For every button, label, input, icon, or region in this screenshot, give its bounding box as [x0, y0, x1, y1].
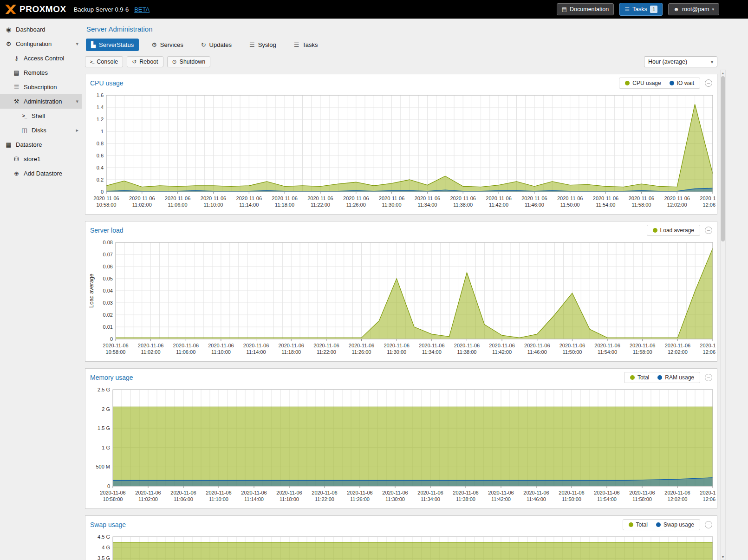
legend-label: Total [636, 521, 648, 528]
svg-text:2020-11-06: 2020-11-06 [165, 195, 190, 201]
tab-services[interactable]: ⚙Services [146, 39, 189, 51]
legend-item[interactable]: Total [630, 374, 649, 381]
svg-text:11:26:00: 11:26:00 [346, 202, 366, 208]
panel-header: Memory usage TotalRAM usage – [85, 369, 717, 386]
sidebar-item-shell[interactable]: >_Shell [0, 109, 82, 123]
user-menu-button[interactable]: ☻ root@pam ▾ [668, 3, 719, 15]
svg-text:11:02:00: 11:02:00 [141, 349, 161, 355]
sidebar-item-add-datastore[interactable]: ⊕Add Datastore [0, 166, 82, 181]
tab-tasks[interactable]: ☰Tasks [289, 39, 323, 51]
scrollbar-thumb[interactable] [721, 76, 725, 241]
svg-text:2020-11-06: 2020-11-06 [307, 195, 333, 201]
documentation-button[interactable]: ▤ Documentation [557, 3, 614, 15]
svg-text:2020-11-06: 2020-11-06 [700, 343, 715, 348]
svg-text:0: 0 [107, 483, 110, 489]
svg-text:2020-11-06: 2020-11-06 [559, 490, 584, 495]
svg-text:11:54:00: 11:54:00 [597, 496, 617, 502]
chart-icon: ▙ [91, 41, 96, 48]
svg-text:0.04: 0.04 [103, 288, 113, 293]
beta-link[interactable]: BETA [134, 6, 150, 13]
svg-text:0.06: 0.06 [103, 264, 113, 269]
svg-text:2020-11-06: 2020-11-06 [384, 343, 409, 348]
svg-text:11:18:00: 11:18:00 [280, 496, 299, 502]
tab-label: Services [160, 41, 183, 48]
svg-text:2020-11-06: 2020-11-06 [629, 195, 654, 201]
legend-item[interactable]: Swap usage [656, 521, 694, 528]
svg-text:11:38:00: 11:38:00 [456, 496, 475, 502]
legend-dot-icon [630, 375, 635, 380]
svg-text:2020-11-06: 2020-11-06 [272, 195, 297, 201]
list-icon: ☰ [13, 84, 20, 91]
shutdown-button[interactable]: ⊙ Shutdown [167, 56, 211, 67]
tab-updates[interactable]: ↻Updates [196, 39, 237, 51]
swap-usage-chart: 0500 M1 G1.5 G2 G2.5 G3 G3.5 G4 G4.5 G20… [85, 533, 717, 560]
legend-item[interactable]: IO wait [670, 80, 694, 86]
svg-text:12:06:00: 12:06:00 [703, 496, 715, 502]
svg-text:12:06:00: 12:06:00 [703, 349, 715, 355]
legend-item[interactable]: CPU usage [625, 80, 661, 86]
sidebar-item-configuration[interactable]: ⚙Configuration▾ [0, 37, 82, 51]
svg-text:2020-11-06: 2020-11-06 [450, 195, 475, 201]
scrollbar[interactable]: ▲ ▼ [720, 70, 726, 560]
panel-header: Server load Load average – [85, 221, 717, 239]
legend-dot-icon [629, 522, 633, 527]
chevron-down-icon[interactable]: ▾ [76, 41, 78, 47]
svg-text:2020-11-06: 2020-11-06 [488, 490, 514, 495]
svg-text:2020-11-06: 2020-11-06 [664, 490, 690, 495]
chart-legend: TotalSwap usage [623, 519, 700, 530]
svg-text:2020-11-06: 2020-11-06 [521, 195, 547, 201]
sidebar-item-access-control[interactable]: ⚷Access Control [0, 51, 82, 65]
svg-text:2020-11-06: 2020-11-06 [524, 343, 550, 348]
svg-text:11:06:00: 11:06:00 [174, 496, 193, 502]
box-icon: ▦ [5, 141, 13, 148]
tasks-button[interactable]: ☰ Tasks 1 [619, 3, 663, 16]
chevron-down-icon[interactable]: ▾ [76, 98, 78, 104]
legend-item[interactable]: Total [629, 521, 648, 528]
app-subtitle: Backup Server 0.9-6 [74, 6, 129, 13]
tab-syslog[interactable]: ☰Syslog [244, 39, 281, 51]
collapse-panel-button[interactable]: – [705, 79, 712, 87]
collapse-panel-button[interactable]: – [705, 521, 712, 528]
timeframe-select[interactable]: Hour (average) ▾ [644, 56, 717, 67]
sidebar-item-label: Shell [32, 112, 45, 119]
proxmox-logo: PROXMOX [5, 4, 66, 14]
chevron-right-icon[interactable]: ▸ [76, 127, 78, 133]
toolbar: >_ Console ↺ Reboot ⊙ Shutdown Hour (ave… [85, 56, 717, 67]
console-button[interactable]: >_ Console [85, 56, 123, 67]
svg-text:2020-11-06: 2020-11-06 [135, 490, 161, 495]
legend-item[interactable]: Load average [653, 227, 694, 234]
minus-icon: – [707, 228, 710, 233]
sidebar-item-subscription[interactable]: ☰Subscription [0, 80, 82, 94]
collapse-panel-button[interactable]: – [705, 374, 712, 381]
sidebar-item-administration[interactable]: ⚒Administration▾ [0, 94, 82, 109]
chart-legend: TotalRAM usage [624, 372, 700, 383]
brand-text: PROXMOX [20, 4, 66, 14]
svg-text:2020-11-06: 2020-11-06 [453, 490, 478, 495]
svg-text:11:06:00: 11:06:00 [168, 202, 188, 208]
svg-text:11:02:00: 11:02:00 [132, 202, 152, 208]
scroll-up-arrow-icon[interactable]: ▲ [721, 70, 725, 76]
svg-text:2020-11-06: 2020-11-06 [170, 490, 196, 495]
legend-label: RAM usage [665, 374, 694, 381]
cpu-usage-panel: CPU usage CPU usageIO wait – 00.20.40.60… [85, 74, 717, 215]
svg-text:2020-11-06: 2020-11-06 [138, 343, 163, 348]
sidebar-item-label: store1 [24, 156, 40, 163]
legend-item[interactable]: RAM usage [657, 374, 694, 381]
svg-text:2020-11-06: 2020-11-06 [206, 490, 231, 495]
legend-label: IO wait [677, 80, 694, 86]
sidebar-item-disks[interactable]: ◫Disks▸ [0, 123, 82, 137]
terminal-icon: >_ [90, 59, 94, 64]
sidebar-item-dashboard[interactable]: ◉Dashboard [0, 22, 82, 37]
reboot-button[interactable]: ↺ Reboot [127, 56, 163, 67]
tab-serverstatus[interactable]: ▙ServerStatus [86, 39, 139, 51]
svg-text:11:34:00: 11:34:00 [422, 349, 442, 355]
sidebar-item-store1[interactable]: ⛁store1 [0, 152, 82, 166]
gears-icon: ⚙ [151, 41, 157, 48]
svg-text:11:58:00: 11:58:00 [632, 496, 652, 502]
scroll-down-arrow-icon[interactable]: ▼ [721, 554, 725, 560]
sidebar-item-remotes[interactable]: ▤Remotes [0, 65, 82, 80]
sidebar-item-label: Configuration [16, 40, 52, 47]
svg-text:0.02: 0.02 [103, 312, 113, 318]
sidebar-item-datastore[interactable]: ▦Datastore [0, 137, 82, 152]
collapse-panel-button[interactable]: – [705, 227, 712, 234]
